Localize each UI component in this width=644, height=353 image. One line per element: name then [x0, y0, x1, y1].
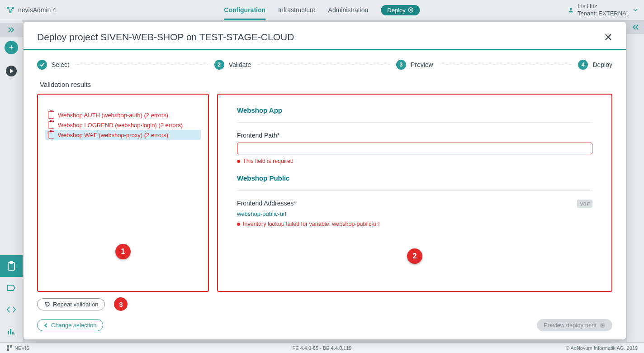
preview-deployment-label: Preview deployment: [544, 322, 597, 329]
error-dot-icon: [237, 160, 240, 163]
svg-rect-9: [8, 331, 9, 334]
step-validate[interactable]: 2 Validate: [214, 60, 251, 70]
variable-link[interactable]: webshop-public-url: [237, 210, 592, 217]
nav-administration[interactable]: Administration: [328, 1, 369, 19]
step-select[interactable]: Select: [37, 60, 69, 70]
sidebar-clipboard-button[interactable]: [0, 255, 23, 277]
sidebar-tag-button[interactable]: [0, 277, 23, 299]
sidebar-right-collapse-button[interactable]: [627, 20, 644, 34]
close-icon: [604, 33, 612, 41]
validation-item[interactable]: Webshop AUTH (webshop-auth) (2 errors): [45, 110, 201, 120]
chevron-left-icon: [44, 323, 48, 328]
sidebar-play-button[interactable]: [0, 60, 23, 82]
footer-logo-icon: [6, 345, 13, 351]
step-deploy[interactable]: 4 Deploy: [578, 60, 612, 70]
svg-point-12: [14, 334, 15, 334]
validation-item-label: Webshop LOGREND (webshop-login) (2 error…: [58, 122, 183, 129]
sidebar-code-button[interactable]: [0, 299, 23, 320]
nav-configuration[interactable]: Configuration: [224, 1, 265, 19]
svg-point-0: [7, 7, 9, 9]
field-error: Inventory lookup failed for variable: we…: [237, 221, 592, 227]
play-circle-icon: [5, 65, 17, 77]
svg-rect-14: [10, 345, 12, 348]
chevron-right-icon: [599, 322, 606, 329]
user-info: Iris Hitz Tenant: EXTERNAL: [578, 3, 630, 17]
step-select-label: Select: [52, 61, 69, 68]
repeat-validation-button[interactable]: Repeat validation: [37, 298, 105, 310]
check-icon: [37, 60, 47, 70]
modal-divider: [24, 49, 626, 50]
wizard-stepper: Select 2 Validate 3 Preview 4 Deploy: [37, 60, 612, 70]
validation-item[interactable]: Webshop LOGREND (webshop-login) (2 error…: [45, 120, 201, 130]
svg-point-4: [410, 9, 412, 11]
frontend-addresses-label: Frontend Addresses*: [237, 200, 592, 207]
validation-item-label: Webshop WAF (webshop-proxy) (2 errors): [58, 132, 168, 138]
svg-point-1: [12, 7, 14, 9]
step-number: 4: [578, 60, 588, 70]
error-dot-icon: [237, 223, 240, 226]
plus-icon: +: [5, 41, 18, 54]
top-navbar: nevisAdmin 4 Configuration Infrastructur…: [0, 0, 644, 20]
code-icon: [6, 306, 16, 313]
detail-section-heading: Webshop Public: [237, 174, 592, 182]
sidebar-left: +: [0, 20, 23, 342]
undo-icon: [44, 301, 50, 307]
chevron-down-icon: [633, 8, 638, 12]
user-menu[interactable]: Iris Hitz Tenant: EXTERNAL: [568, 3, 638, 17]
bar-chart-icon: [7, 328, 15, 335]
sidebar-stats-button[interactable]: [0, 320, 23, 342]
field-error-text: Inventory lookup failed for variable: we…: [243, 221, 379, 227]
clipboard-error-icon: [48, 111, 54, 119]
step-number: 3: [396, 60, 406, 70]
svg-point-5: [570, 8, 572, 10]
footer: NEVIS FE 4.4.0-65 - BE 4.4.0.119 © AdNov…: [0, 342, 644, 353]
deploy-label: Deploy: [387, 7, 405, 14]
step-validate-label: Validate: [229, 61, 251, 68]
clipboard-icon: [7, 261, 16, 271]
user-icon: [568, 7, 574, 13]
annotation-badge-3: 3: [114, 297, 128, 311]
sidebar-right: [627, 20, 644, 342]
footer-copyright: © AdNovum Informatik AG, 2019: [566, 345, 638, 351]
validation-item[interactable]: Webshop WAF (webshop-proxy) (2 errors): [45, 130, 201, 140]
frontend-path-input[interactable]: [237, 143, 592, 154]
validation-list-panel: Webshop AUTH (webshop-auth) (2 errors) W…: [37, 94, 209, 292]
change-selection-button[interactable]: Change selection: [37, 319, 103, 331]
modal-close-button[interactable]: [604, 33, 612, 41]
svg-rect-15: [7, 348, 9, 351]
preview-deployment-button: Preview deployment: [537, 319, 612, 331]
user-tenant: Tenant: EXTERNAL: [578, 10, 630, 17]
validation-item-label: Webshop AUTH (webshop-auth) (2 errors): [58, 112, 168, 119]
validation-list: Webshop AUTH (webshop-auth) (2 errors) W…: [41, 103, 205, 147]
deploy-button[interactable]: Deploy: [381, 5, 420, 15]
var-badge[interactable]: var: [577, 200, 592, 208]
field-error-text: This field is required: [243, 158, 294, 164]
navbar-brand: nevisAdmin 4: [6, 6, 56, 14]
product-title: nevisAdmin 4: [18, 6, 56, 14]
svg-point-2: [9, 11, 11, 13]
svg-rect-11: [12, 332, 14, 334]
change-selection-label: Change selection: [51, 322, 96, 329]
validation-results-heading: Validation results: [40, 81, 612, 88]
annotation-badge-1: 1: [115, 244, 131, 259]
sidebar-collapse-button[interactable]: [0, 23, 23, 37]
step-preview[interactable]: 3 Preview: [396, 60, 433, 70]
step-deploy-label: Deploy: [592, 61, 612, 68]
nav-infrastructure[interactable]: Infrastructure: [278, 1, 315, 19]
main-nav: Configuration Infrastructure Administrat…: [224, 1, 420, 19]
field-error: This field is required: [237, 158, 592, 164]
sidebar-add-button[interactable]: +: [0, 37, 23, 58]
repeat-validation-label: Repeat validation: [53, 301, 98, 308]
frontend-path-label: Frontend Path*: [237, 132, 592, 139]
clipboard-error-icon: [48, 121, 54, 129]
step-preview-label: Preview: [411, 61, 433, 68]
user-name: Iris Hitz: [578, 3, 597, 10]
chevrons-right-icon: [8, 27, 15, 33]
validation-detail-panel: Webshop App Frontend Path* This field is…: [217, 94, 612, 292]
tag-icon: [7, 284, 16, 292]
modal-title: Deploy project SIVEN-WEB-SHOP on TEST-ST…: [37, 32, 294, 43]
detail-section-heading: Webshop App: [237, 106, 592, 114]
clipboard-error-icon: [48, 131, 54, 138]
svg-rect-10: [10, 329, 11, 334]
svg-rect-13: [7, 345, 9, 348]
